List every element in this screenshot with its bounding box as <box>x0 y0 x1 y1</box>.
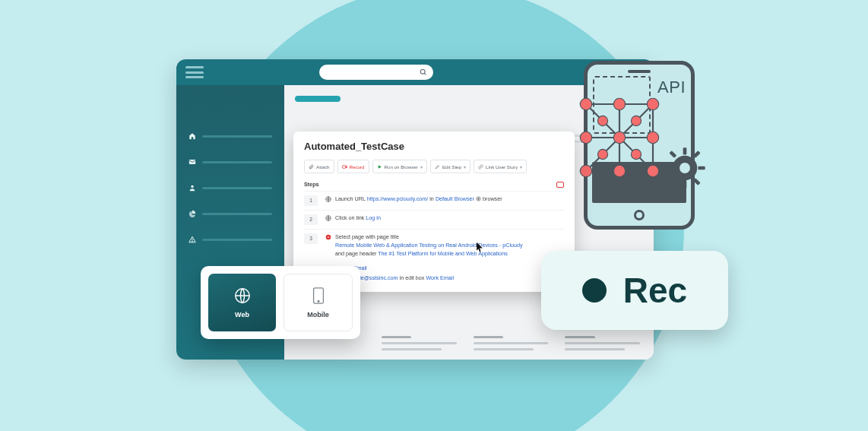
svg-point-23 <box>580 98 591 109</box>
piechart-icon <box>188 210 196 217</box>
platform-chooser: Web Mobile <box>201 266 360 339</box>
choice-web[interactable]: Web <box>208 274 276 331</box>
chevron-down-icon: ▾ <box>420 164 423 170</box>
step-number: 1 <box>304 195 318 206</box>
link-icon <box>478 164 483 170</box>
chevron-down-icon: ▾ <box>464 164 466 170</box>
paperclip-icon <box>309 164 314 170</box>
choice-mobile-label: Mobile <box>307 311 329 318</box>
step-row[interactable]: 1 Launch URL https://www.pcloudy.com/ in… <box>304 191 564 210</box>
svg-rect-41 <box>669 151 676 158</box>
error-icon <box>325 234 331 240</box>
step-browser[interactable]: Default Browser <box>436 195 474 202</box>
page-header-link[interactable]: The #1 Test Platform for Mobile and Web … <box>378 250 508 257</box>
svg-point-25 <box>647 98 658 109</box>
svg-point-14 <box>318 300 319 302</box>
svg-rect-39 <box>664 166 671 170</box>
svg-rect-37 <box>683 147 687 154</box>
svg-point-24 <box>613 98 625 109</box>
step-row[interactable]: 3 Select page with page title Remote Mob… <box>304 229 564 261</box>
pencil-icon <box>435 164 440 170</box>
target-icon <box>476 196 481 201</box>
svg-point-9 <box>478 198 480 200</box>
globe-icon <box>325 196 331 202</box>
search-input[interactable] <box>325 68 420 76</box>
rec-label: Rec <box>623 270 687 311</box>
sidebar-item-home[interactable] <box>176 123 284 149</box>
placeholder-bars <box>382 336 640 354</box>
play-icon <box>377 164 382 170</box>
svg-point-29 <box>580 165 591 176</box>
cursor-icon <box>476 242 483 252</box>
user-icon <box>188 184 196 192</box>
mail-icon <box>188 158 196 166</box>
steps-label: Steps <box>304 181 319 188</box>
svg-rect-42 <box>693 151 701 158</box>
svg-point-28 <box>647 132 658 143</box>
home-icon <box>188 132 196 140</box>
network-icon <box>578 96 661 179</box>
svg-point-45 <box>680 163 690 173</box>
svg-point-33 <box>631 116 641 125</box>
svg-rect-38 <box>683 181 687 188</box>
testcase-toolbar: Attach Record Run on Browser ▾ Edit Step… <box>304 160 564 173</box>
svg-rect-44 <box>693 178 701 185</box>
step-number: 3 <box>304 233 318 244</box>
sidebar-item-user[interactable] <box>176 175 284 201</box>
step-url[interactable]: https://www.pcloudy.com/ <box>367 195 429 202</box>
globe-icon <box>325 215 331 221</box>
globe-icon <box>234 287 251 304</box>
link-story-button[interactable]: Link User Story ▾ <box>474 160 527 173</box>
mobile-icon <box>312 287 325 304</box>
steps-list: 1 Launch URL https://www.pcloudy.com/ in… <box>304 191 564 261</box>
step-number: 2 <box>304 214 318 225</box>
sidebar-item-alerts[interactable] <box>176 227 284 252</box>
svg-point-32 <box>597 116 607 125</box>
svg-point-34 <box>597 149 607 159</box>
edit-step-button[interactable]: Edit Step ▾ <box>430 160 470 173</box>
attach-button[interactable]: Attach <box>304 160 334 173</box>
topbar <box>176 59 654 85</box>
svg-rect-6 <box>342 165 345 168</box>
testcase-title: Automated_TestCase <box>304 141 564 152</box>
camera-icon <box>342 164 347 170</box>
api-label: API <box>657 78 686 97</box>
svg-rect-43 <box>669 178 676 185</box>
svg-point-27 <box>613 132 625 143</box>
accent-bar <box>295 96 341 102</box>
sidebar-item-mail[interactable] <box>176 149 284 175</box>
record-dot-icon <box>582 278 607 303</box>
choice-mobile[interactable]: Mobile <box>284 274 353 331</box>
run-button[interactable]: Run on Browser ▾ <box>372 160 427 173</box>
search-icon <box>420 68 427 76</box>
alert-icon <box>188 236 196 243</box>
gear-icon <box>663 146 707 190</box>
search-input-wrap[interactable] <box>319 65 433 80</box>
hamburger-icon[interactable] <box>185 66 204 78</box>
svg-point-30 <box>613 165 625 176</box>
step-link[interactable]: Log in <box>366 214 381 221</box>
choice-web-label: Web <box>235 311 249 318</box>
svg-line-1 <box>424 73 426 74</box>
record-indicator-icon <box>556 182 564 188</box>
svg-point-5 <box>192 241 193 242</box>
svg-point-35 <box>631 149 641 159</box>
sidebar-item-analytics[interactable] <box>176 201 284 227</box>
steps-header: Steps <box>304 181 564 188</box>
record-button[interactable]: Record <box>337 160 369 173</box>
rec-pill[interactable]: Rec <box>541 251 728 330</box>
step-row[interactable]: 2 Click on link Log in <box>304 210 564 229</box>
phone-illustration: API <box>584 61 695 230</box>
svg-point-0 <box>420 69 425 74</box>
page-title-link[interactable]: Remote Mobile Web & Application Testing … <box>335 242 523 249</box>
svg-point-26 <box>580 132 591 143</box>
chevron-down-icon: ▾ <box>520 164 522 170</box>
svg-point-31 <box>647 165 658 176</box>
svg-rect-40 <box>698 166 705 170</box>
svg-point-3 <box>191 185 193 188</box>
